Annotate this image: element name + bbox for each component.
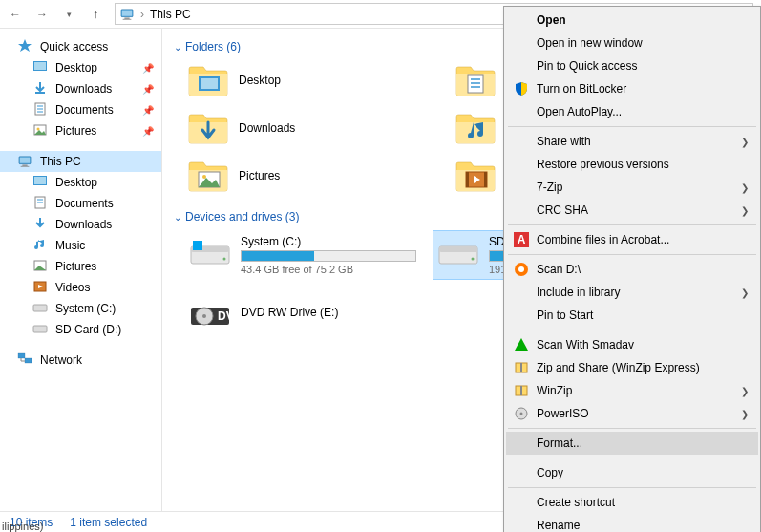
- context-menu-item[interactable]: Share with❯: [506, 130, 758, 153]
- context-menu-separator: [508, 330, 756, 330]
- context-menu-item[interactable]: Rename: [506, 514, 758, 532]
- sidebar-item-pictures[interactable]: Pictures: [0, 256, 161, 277]
- folder-icon: [187, 63, 229, 97]
- svg-text:A: A: [518, 233, 526, 246]
- folder-pictures[interactable]: Pictures: [185, 157, 424, 195]
- submenu-arrow-icon: ❯: [741, 386, 749, 396]
- context-menu-item[interactable]: Open: [506, 9, 758, 32]
- svg-point-38: [202, 175, 206, 179]
- context-menu-separator: [508, 126, 756, 127]
- context-menu-item-label: 7-Zip: [537, 181, 562, 194]
- folder-label: Pictures: [239, 169, 280, 182]
- context-menu-item[interactable]: Turn on BitLocker: [506, 77, 758, 100]
- star-icon: [17, 38, 32, 56]
- sidebar-this-pc[interactable]: This PC: [0, 151, 161, 172]
- context-menu-item[interactable]: Format...: [506, 432, 758, 455]
- sidebar-item-label: System (C:): [55, 302, 116, 315]
- pin-icon: 📌: [142, 105, 154, 116]
- context-menu-item[interactable]: Open AutoPlay...: [506, 100, 758, 123]
- sidebar-item-label: Documents: [55, 103, 114, 117]
- context-menu-item-label: Restore previous versions: [537, 158, 669, 171]
- sidebar-item-label: SD Card (D:): [55, 323, 121, 336]
- sidebar-item-system-c[interactable]: System (C:): [0, 298, 161, 319]
- context-menu-item-label: Format...: [537, 436, 582, 450]
- context-menu-item[interactable]: CRC SHA❯: [506, 199, 758, 222]
- navigation-pane: Quick access Desktop 📌 Downloads 📌 Docum…: [0, 29, 162, 511]
- context-menu-separator: [508, 428, 756, 429]
- context-menu-item[interactable]: Pin to Quick access: [506, 54, 758, 77]
- folder-label: Downloads: [239, 121, 295, 135]
- folder-icon: [454, 63, 497, 97]
- desktop-icon: [32, 174, 48, 192]
- acrobat-icon: A: [514, 232, 529, 247]
- sidebar-item-downloads[interactable]: Downloads: [0, 214, 161, 235]
- context-menu-item[interactable]: WinZip❯: [506, 379, 758, 402]
- sidebar-item-sdcard-d[interactable]: SD Card (D:): [0, 319, 161, 340]
- context-menu-item[interactable]: Scan D:\: [506, 258, 758, 281]
- poweriso-icon: [514, 406, 529, 421]
- chevron-down-icon: ⌄: [174, 212, 181, 223]
- pc-icon: [119, 8, 135, 21]
- sidebar-item-videos[interactable]: Videos: [0, 277, 161, 298]
- folder-desktop[interactable]: Desktop: [185, 61, 424, 99]
- sidebar-item-music[interactable]: Music: [0, 235, 161, 256]
- context-menu-item[interactable]: Create shortcut: [506, 491, 758, 514]
- drive-label: System (C:): [241, 235, 416, 248]
- context-menu-item-label: Include in library: [537, 286, 620, 299]
- svg-rect-42: [193, 241, 202, 250]
- context-menu-item-label: Zip and Share (WinZip Express): [537, 361, 700, 374]
- nav-back-button[interactable]: ←: [4, 3, 27, 26]
- context-menu-item[interactable]: ACombine files in Acrobat...: [506, 228, 758, 251]
- folder-label: Desktop: [239, 74, 281, 87]
- section-folders-label: Folders (6): [185, 40, 241, 53]
- drive-label: DVD RW Drive (E:): [241, 306, 416, 319]
- sidebar-network[interactable]: Network: [0, 350, 161, 371]
- context-menu-item[interactable]: Include in library❯: [506, 281, 758, 304]
- context-menu-separator: [508, 458, 756, 458]
- section-drives-label: Devices and drives (3): [185, 210, 299, 223]
- breadcrumb-location[interactable]: This PC: [150, 8, 191, 21]
- sidebar-item-label: Pictures: [55, 260, 96, 273]
- submenu-arrow-icon: ❯: [741, 409, 749, 419]
- context-menu-item[interactable]: Restore previous versions: [506, 153, 758, 176]
- context-menu-item[interactable]: Copy: [506, 461, 758, 484]
- sidebar-item-label: Desktop: [55, 61, 97, 74]
- svg-rect-15: [35, 92, 45, 94]
- pin-icon: 📌: [142, 84, 154, 95]
- sidebar-item-pictures[interactable]: Pictures 📌: [0, 120, 161, 141]
- nav-forward-button[interactable]: →: [31, 3, 53, 26]
- context-menu-item[interactable]: Pin to Start: [506, 304, 758, 327]
- folder-icon: [454, 159, 497, 193]
- network-icon: [17, 351, 32, 370]
- nav-up-button[interactable]: ↑: [84, 3, 107, 26]
- context-menu-item[interactable]: Open in new window: [506, 32, 758, 54]
- submenu-arrow-icon: ❯: [741, 205, 749, 216]
- drive-dvd-e[interactable]: DVD RW Drive (E:): [185, 290, 420, 334]
- context-menu-separator: [508, 487, 756, 488]
- winzip-icon: [514, 383, 529, 398]
- context-menu-item-label: Open in new window: [537, 36, 643, 50]
- sidebar-item-label: Pictures: [55, 124, 96, 138]
- avast-icon: [514, 262, 529, 277]
- sidebar-item-desktop[interactable]: Desktop: [0, 172, 161, 193]
- context-menu-item[interactable]: Scan With Smadav: [506, 333, 758, 356]
- context-menu-separator: [508, 254, 756, 255]
- sidebar-quick-access[interactable]: Quick access: [0, 36, 161, 57]
- svg-rect-50: [520, 386, 522, 395]
- sidebar-item-documents[interactable]: Documents: [0, 193, 161, 214]
- sidebar-item-desktop[interactable]: Desktop 📌: [0, 57, 161, 78]
- context-menu-item[interactable]: Zip and Share (WinZip Express): [506, 356, 758, 379]
- context-menu-item[interactable]: 7-Zip❯: [506, 176, 758, 199]
- sidebar-item-downloads[interactable]: Downloads 📌: [0, 78, 161, 99]
- svg-rect-14: [34, 62, 46, 70]
- nav-recent-dropdown[interactable]: ▾: [57, 3, 80, 26]
- context-menu-item[interactable]: PowerISO❯: [506, 402, 758, 425]
- downloads-icon: [32, 80, 48, 98]
- drive-system-c[interactable]: System (C:) 43.4 GB free of 75.2 GB: [185, 231, 420, 279]
- sidebar-item-documents[interactable]: Documents 📌: [0, 99, 161, 120]
- sidebar-this-pc-label: This PC: [40, 155, 81, 168]
- sidebar-item-label: Desktop: [55, 176, 97, 189]
- folder-downloads[interactable]: Downloads: [185, 109, 424, 147]
- videos-icon: [32, 279, 48, 297]
- drive-icon: [189, 235, 231, 271]
